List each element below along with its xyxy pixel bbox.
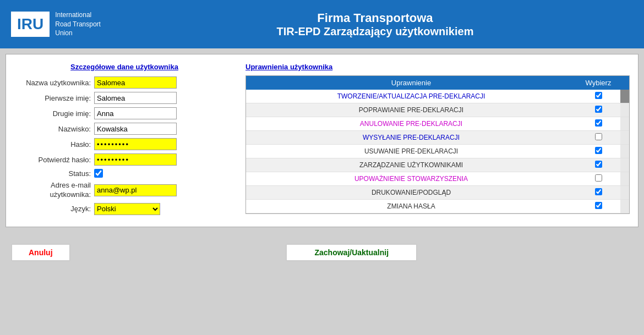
- table-row: UPOWAŻNIENIE STOWARZYSZENIA: [246, 172, 629, 186]
- permission-checkbox[interactable]: [595, 133, 602, 140]
- scrollbar-cell: [620, 200, 629, 213]
- table-row: USUWANIE PRE-DEKLARACJI: [246, 145, 629, 158]
- adres-label: Adres e-mail użytkownika:: [14, 181, 94, 200]
- permission-checkbox-cell: [576, 158, 620, 172]
- permission-checkbox-cell: [576, 200, 620, 213]
- permission-checkbox-cell: [576, 90, 620, 103]
- lang-row: Polski English: [94, 203, 160, 215]
- table-row: POPRAWIANIE PRE-DEKLARACJI: [246, 103, 629, 117]
- permission-checkbox[interactable]: [595, 106, 602, 113]
- main-content: Szczegółowe dane użytkownika Nazwa użytk…: [6, 54, 638, 227]
- title-line1: Firma Transportowa: [117, 11, 633, 25]
- adres-input[interactable]: [94, 184, 177, 196]
- table-row: ZARZĄDZANIE UŻYTKOWNIKAMI: [246, 158, 629, 172]
- bottom-bar: Anuluj Zachowaj/Uaktualnij: [0, 238, 644, 267]
- table-row: DRUKOWANIE/PODGLĄD: [246, 186, 629, 200]
- permission-checkbox-cell: [576, 186, 620, 200]
- permission-name: ZMIANA HASŁA: [246, 200, 576, 213]
- haslo-input[interactable]: [94, 138, 177, 150]
- header-title: Firma Transportowa TIR-EPD Zarządzający …: [117, 11, 633, 38]
- permission-name: TWORZENIE/AKTUALIZACJA PRE-DEKLARACJI: [246, 90, 576, 103]
- row-adres: Adres e-mail użytkownika:: [14, 181, 234, 200]
- org-line2: Road Transport: [55, 20, 101, 29]
- potwierdz-input[interactable]: [94, 153, 177, 166]
- row-nazwisko: Nazwisko:: [14, 123, 234, 135]
- status-checkbox[interactable]: [94, 169, 103, 178]
- permission-checkbox[interactable]: [595, 119, 602, 127]
- scrollbar-cell: [620, 117, 629, 131]
- permission-name: UPOWAŻNIENIE STOWARZYSZENIA: [246, 172, 576, 186]
- permission-checkbox-cell: [576, 172, 620, 186]
- permission-checkbox-cell: [576, 145, 620, 158]
- org-line1: International: [55, 10, 101, 20]
- drugie-label: Drugie imię:: [14, 109, 94, 118]
- row-haslo: Hasło:: [14, 138, 234, 150]
- scrollbar-cell: [620, 103, 629, 117]
- org-line3: Union: [55, 29, 101, 38]
- iru-logo-box: IRU: [11, 12, 50, 37]
- permission-checkbox[interactable]: [595, 161, 602, 168]
- permission-checkbox-cell: [576, 103, 620, 117]
- permission-checkbox[interactable]: [595, 174, 602, 182]
- permission-checkbox[interactable]: [595, 147, 602, 154]
- save-button[interactable]: Zachowaj/Uaktualnij: [286, 244, 417, 261]
- table-row: ZMIANA HASŁA: [246, 200, 629, 213]
- pierwsze-label: Pierwsze imię:: [14, 94, 94, 102]
- permissions-title: Uprawnienia użytkownika: [245, 63, 630, 71]
- permission-name: ANULOWANIE PRE-DEKLARACJI: [246, 117, 576, 131]
- permission-name: WYSYŁANIE PRE-DEKLARACJI: [246, 131, 576, 145]
- permission-checkbox-cell: [576, 117, 620, 131]
- table-row: WYSYŁANIE PRE-DEKLARACJI: [246, 131, 629, 145]
- scrollbar-cell: [620, 90, 629, 103]
- permission-name: USUWANIE PRE-DEKLARACJI: [246, 145, 576, 158]
- col-wybierz: Wybierz: [576, 76, 620, 90]
- row-pierwsze: Pierwsze imię:: [14, 92, 234, 104]
- pierwsze-input[interactable]: [94, 92, 177, 104]
- haslo-label: Hasło:: [14, 140, 94, 149]
- scrollbar-cell: [620, 131, 629, 145]
- row-nazwa: Nazwa użytkownika:: [14, 76, 234, 89]
- cancel-button[interactable]: Anuluj: [11, 244, 70, 261]
- permission-checkbox[interactable]: [595, 188, 602, 195]
- status-label: Status:: [14, 169, 94, 178]
- title-line2: TIR-EPD Zarządzający użytkownikiem: [117, 25, 633, 38]
- permissions-table: Uprawnienie Wybierz TWORZENIE/AKTUALIZAC…: [246, 76, 629, 213]
- permission-checkbox[interactable]: [595, 202, 602, 209]
- col-uprawnienie: Uprawnienie: [246, 76, 576, 90]
- table-row: TWORZENIE/AKTUALIZACJA PRE-DEKLARACJI: [246, 90, 629, 103]
- header: IRU International Road Transport Union F…: [0, 0, 644, 48]
- permission-checkbox-cell: [576, 131, 620, 145]
- org-name: International Road Transport Union: [55, 10, 101, 38]
- row-potwierdz: Potwierdź hasło:: [14, 153, 234, 166]
- logo-area: IRU International Road Transport Union: [11, 10, 101, 38]
- row-drugie: Drugie imię:: [14, 107, 234, 119]
- permission-checkbox[interactable]: [595, 92, 602, 99]
- drugie-input[interactable]: [94, 107, 177, 119]
- scrollbar-cell: [620, 172, 629, 186]
- nazwa-label: Nazwa użytkownika:: [14, 79, 94, 87]
- user-details-title: Szczegółowe dane użytkownika: [14, 63, 234, 71]
- jezyk-select[interactable]: Polski English: [94, 203, 160, 215]
- scrollbar-header-spacer: [620, 76, 629, 90]
- content-wrapper: Szczegółowe dane użytkownika Nazwa użytk…: [14, 63, 630, 218]
- permission-name: ZARZĄDZANIE UŻYTKOWNIKAMI: [246, 158, 576, 172]
- permission-name: POPRAWIANIE PRE-DEKLARACJI: [246, 103, 576, 117]
- nazwisko-label: Nazwisko:: [14, 125, 94, 133]
- iru-logo-text: IRU: [17, 15, 43, 32]
- nazwisko-input[interactable]: [94, 123, 177, 135]
- permission-name: DRUKOWANIE/PODGLĄD: [246, 186, 576, 200]
- table-row: ANULOWANIE PRE-DEKLARACJI: [246, 117, 629, 131]
- right-panel: Uprawnienia użytkownika Uprawnienie Wybi…: [245, 63, 630, 218]
- scrollbar-cell: [620, 186, 629, 200]
- row-status: Status:: [14, 169, 234, 178]
- nazwa-input[interactable]: [94, 76, 177, 89]
- scrollbar-cell: [620, 158, 629, 172]
- jezyk-label: Język:: [14, 205, 94, 213]
- row-jezyk: Język: Polski English: [14, 203, 234, 215]
- permissions-table-wrapper: Uprawnienie Wybierz TWORZENIE/AKTUALIZAC…: [245, 75, 630, 214]
- potwierdz-label: Potwierdź hasło:: [14, 156, 94, 164]
- scrollbar-cell: [620, 145, 629, 158]
- left-panel: Szczegółowe dane użytkownika Nazwa użytk…: [14, 63, 234, 218]
